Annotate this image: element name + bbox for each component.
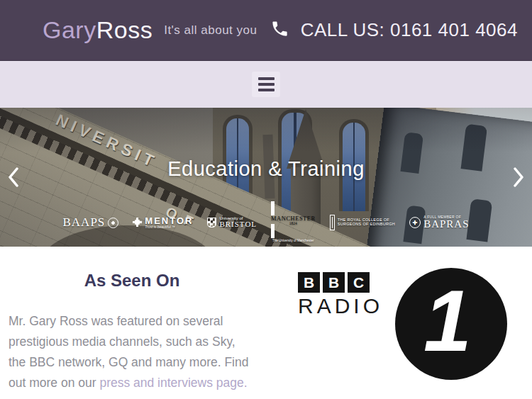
logo-university-of-manchester: MANCHESTER 1824 The University of Manche… [271,203,316,242]
brand-last-name: Ross [96,16,153,44]
call-us-label: CALL US: 0161 401 4064 [301,19,518,41]
bapras-emblem-icon: ✚ [409,217,421,228]
prev-slide-button[interactable] [4,164,23,191]
bbc-radio-one-logo: B B C RADIO 1 [264,271,532,393]
brand-first-name: Gary [43,16,96,44]
logo-university-of-bristol: University of BRISTOL [207,216,257,229]
phone-icon [270,19,289,41]
bbc-radio-wordmark: B B C RADIO [298,272,383,317]
radio-one-circle-icon: 1 [395,268,507,380]
main-navbar [0,61,532,108]
logo-bapras: ✚ A FULL MEMBER OF BAPRAS [409,215,469,230]
as-seen-on-section: As Seen On Mr. Gary Ross was featured on… [0,247,532,393]
call-us-link[interactable]: CALL US: 0161 401 4064 [270,19,518,41]
accreditation-logo-strip: BAAPS MENTOR Trust is beautiful.™ Univer… [0,203,532,242]
section-paragraph: Mr. Gary Ross was featured on several pr… [9,311,255,393]
mentor-compass-icon [133,218,142,227]
logo-mentor: MENTOR Trust is beautiful.™ [133,216,193,230]
hamburger-bar [258,89,275,91]
section-heading: As Seen On [9,271,255,291]
bristol-crest-icon [207,218,216,227]
hamburger-menu-icon[interactable] [252,72,280,97]
site-logo[interactable]: GaryRoss [43,16,153,44]
bristol-label: BRISTOL [219,220,257,229]
hamburger-bar [258,83,275,86]
top-header: GaryRoss It's all about you CALL US: 016… [0,0,532,61]
hamburger-bar [258,77,275,80]
bbc-letter-block: B [298,272,320,293]
rcse-emblem-icon [330,215,335,230]
radio-one-numeral: 1 [423,278,472,364]
press-and-interviews-link[interactable]: press and interviews page. [99,376,247,390]
bbc-letter-block: C [348,272,370,293]
next-slide-button[interactable] [509,164,528,191]
baaps-label: BAAPS [62,215,105,230]
chevron-left-icon [7,167,20,188]
manchester-year: 1824 [271,222,316,226]
logo-baaps: BAAPS [62,215,118,230]
brand-tagline: It's all about you [164,23,257,38]
hero-slider: NIVERSIT OF MANCHE Education & Training … [0,108,532,247]
radio-wordmark: RADIO [298,296,383,317]
mentor-tagline: Trust is beautiful.™ [145,225,193,229]
chevron-right-icon [512,167,525,188]
slide-title: Education & Training [0,157,532,181]
as-seen-on-text-column: As Seen On Mr. Gary Ross was featured on… [0,271,264,393]
manchester-sub-label: The University of Manchester [271,239,316,242]
logo-royal-college-edinburgh: THE ROYAL COLLEGE OF SURGEONS OF EDINBUR… [330,215,395,230]
baaps-emblem-icon [108,218,118,228]
bapras-label: BAPRAS [423,219,469,230]
rcse-label-bottom: SURGEONS OF EDINBURGH [338,223,395,227]
bbc-letter-block: B [323,272,345,293]
bbc-letter-blocks: B B C [298,272,383,293]
